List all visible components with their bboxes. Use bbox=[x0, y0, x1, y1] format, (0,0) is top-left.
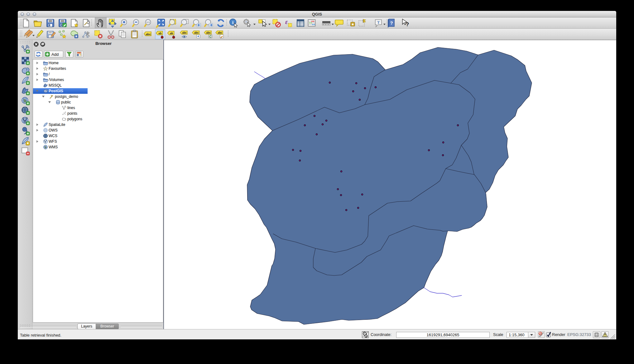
svg-text:Add: Add bbox=[51, 52, 59, 57]
